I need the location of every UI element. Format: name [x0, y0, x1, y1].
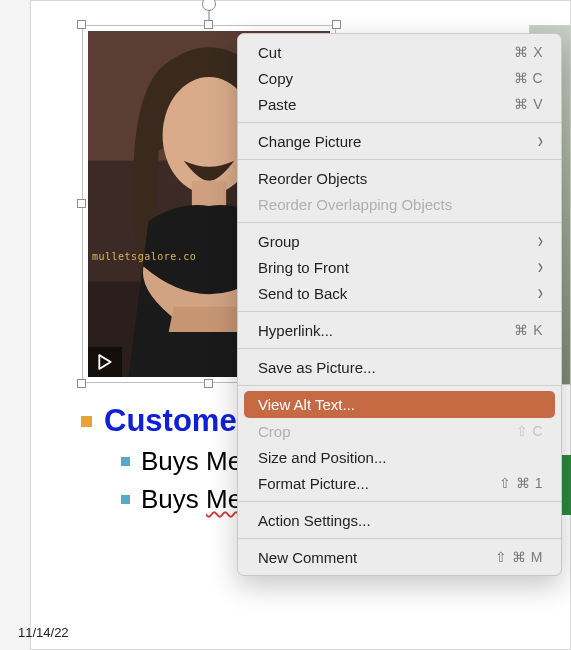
chevron-right-icon: › — [538, 282, 543, 304]
menu-item: Crop⇧ C — [238, 418, 561, 444]
menu-separator — [238, 501, 561, 502]
bullet-text-prefix: Buys — [141, 446, 206, 476]
menu-item-label: Copy — [258, 70, 514, 87]
resize-handle-tr[interactable] — [332, 20, 341, 29]
resize-handle-tl[interactable] — [77, 20, 86, 29]
menu-item-shortcut: ⇧ C — [516, 423, 544, 439]
menu-item-label: Send to Back — [258, 285, 530, 302]
menu-item-label: Format Picture... — [258, 475, 499, 492]
adjacent-text-strip — [561, 455, 571, 515]
menu-separator — [238, 222, 561, 223]
menu-item-label: Size and Position... — [258, 449, 543, 466]
resize-handle-b[interactable] — [204, 379, 213, 388]
menu-item-shortcut: ⌘ C — [514, 70, 544, 86]
menu-item[interactable]: Send to Back› — [238, 280, 561, 306]
menu-item[interactable]: Size and Position... — [238, 444, 561, 470]
menu-item-label: Change Picture — [258, 133, 530, 150]
bullet-icon — [121, 495, 130, 504]
menu-item-label: Action Settings... — [258, 512, 543, 529]
menu-item-label: Reorder Objects — [258, 170, 543, 187]
menu-item-label: Cut — [258, 44, 514, 61]
resize-handle-l[interactable] — [77, 199, 86, 208]
menu-item-label: New Comment — [258, 549, 495, 566]
menu-item-label: Group — [258, 233, 530, 250]
menu-item-shortcut: ⇧ ⌘ M — [495, 549, 543, 565]
menu-item-shortcut: ⌘ K — [514, 322, 543, 338]
menu-item-label: Reorder Overlapping Objects — [258, 196, 543, 213]
menu-item-label: Save as Picture... — [258, 359, 543, 376]
image-watermark: mulletsgalore.co — [92, 251, 196, 262]
menu-item[interactable]: View Alt Text... — [244, 391, 555, 418]
menu-separator — [238, 385, 561, 386]
menu-item-label: View Alt Text... — [258, 396, 543, 413]
menu-item[interactable]: Format Picture...⇧ ⌘ 1 — [238, 470, 561, 496]
slide-date-footer: 11/14/22 — [18, 625, 69, 640]
menu-item[interactable]: Hyperlink...⌘ K — [238, 317, 561, 343]
bullet-text-prefix: Buys — [141, 484, 206, 514]
menu-item[interactable]: Group› — [238, 228, 561, 254]
menu-separator — [238, 348, 561, 349]
menu-item[interactable]: Paste⌘ V — [238, 91, 561, 117]
slide-text-block: Customer Buys Met Buys Meg — [81, 403, 257, 515]
menu-item-label: Hyperlink... — [258, 322, 514, 339]
bullet-icon — [81, 416, 92, 427]
menu-separator — [238, 311, 561, 312]
menu-item-label: Crop — [258, 423, 516, 440]
menu-item[interactable]: Action Settings... — [238, 507, 561, 533]
menu-item: Reorder Overlapping Objects — [238, 191, 561, 217]
menu-item[interactable]: Reorder Objects — [238, 165, 561, 191]
menu-item-shortcut: ⇧ ⌘ 1 — [499, 475, 543, 491]
bullet-icon — [121, 457, 130, 466]
menu-separator — [238, 538, 561, 539]
menu-item[interactable]: Save as Picture... — [238, 354, 561, 380]
menu-item-shortcut: ⌘ X — [514, 44, 543, 60]
menu-separator — [238, 122, 561, 123]
slide-heading[interactable]: Customer — [104, 403, 249, 439]
play-badge[interactable] — [88, 347, 122, 377]
play-icon — [98, 354, 112, 370]
chevron-right-icon: › — [538, 130, 543, 152]
chevron-right-icon: › — [538, 256, 543, 278]
menu-item[interactable]: Change Picture› — [238, 128, 561, 154]
menu-item[interactable]: New Comment⇧ ⌘ M — [238, 544, 561, 570]
resize-handle-t[interactable] — [204, 20, 213, 29]
menu-item[interactable]: Bring to Front› — [238, 254, 561, 280]
menu-separator — [238, 159, 561, 160]
resize-handle-bl[interactable] — [77, 379, 86, 388]
chevron-right-icon: › — [538, 230, 543, 252]
menu-item-label: Paste — [258, 96, 514, 113]
context-menu: Cut⌘ XCopy⌘ CPaste⌘ VChange Picture›Reor… — [237, 33, 562, 576]
menu-item[interactable]: Copy⌘ C — [238, 65, 561, 91]
menu-item-label: Bring to Front — [258, 259, 530, 276]
rotate-handle[interactable] — [202, 0, 216, 11]
menu-item-shortcut: ⌘ V — [514, 96, 543, 112]
menu-item[interactable]: Cut⌘ X — [238, 39, 561, 65]
